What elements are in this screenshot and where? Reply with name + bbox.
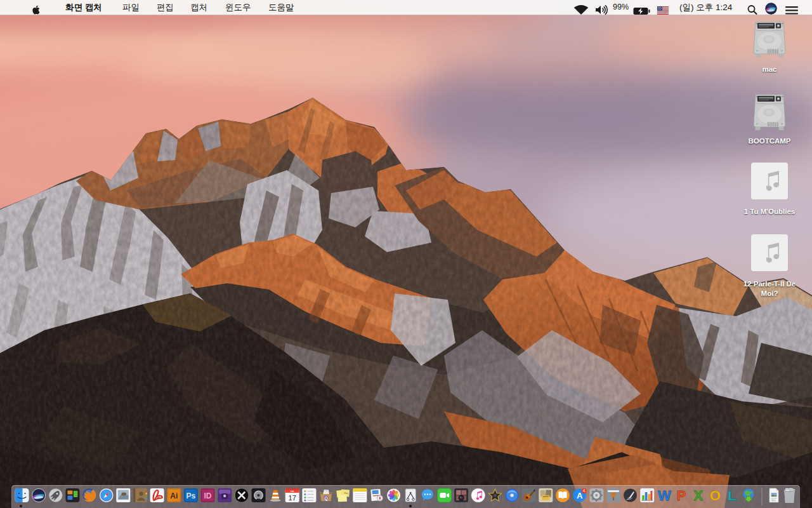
svg-text:Q: Q xyxy=(324,496,327,501)
svg-text:X: X xyxy=(693,488,703,504)
svg-text:Plan: Plan xyxy=(344,492,348,495)
svg-text:Ai: Ai xyxy=(170,491,178,500)
svg-text:4: 4 xyxy=(583,488,586,493)
svg-text:ID: ID xyxy=(204,491,212,500)
svg-text:P: P xyxy=(677,488,686,504)
svg-text:MOV: MOV xyxy=(772,500,776,502)
svg-text:O: O xyxy=(710,488,721,504)
svg-text:17: 17 xyxy=(289,494,296,502)
svg-text:W: W xyxy=(658,488,671,504)
svg-text:L: L xyxy=(728,488,736,504)
svg-text:6월: 6월 xyxy=(291,490,294,493)
svg-text:Ps: Ps xyxy=(187,491,196,500)
